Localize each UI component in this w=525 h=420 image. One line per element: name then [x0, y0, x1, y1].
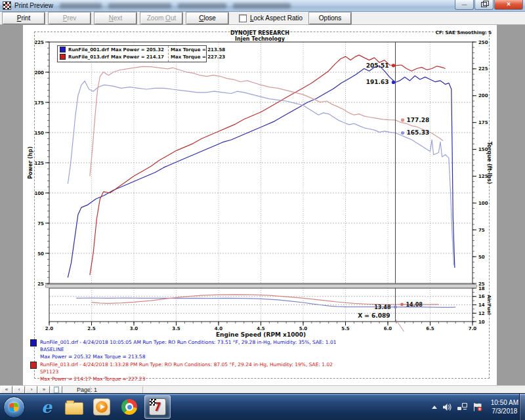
redacted-title-text: [60, 3, 102, 9]
legend-max-torque: Max Torque = 213.58: [171, 47, 225, 52]
run-maxima: Max Power = 214.17 Max Torque = 227.23: [40, 375, 333, 383]
svg-text:100: 100: [34, 191, 44, 196]
show-desktop-button[interactable]: [519, 394, 525, 420]
svg-text:3.0: 3.0: [130, 326, 138, 331]
svg-text:50: 50: [37, 251, 44, 257]
svg-text:200: 200: [478, 93, 488, 98]
svg-text:12: 12: [478, 311, 485, 316]
minimize-button[interactable]: —: [455, 0, 474, 10]
toolbar: Print Prev Next Zoom Out Close Lock Aspe…: [0, 12, 525, 25]
svg-text:175: 175: [478, 120, 488, 125]
svg-text:Power (hp): Power (hp): [28, 146, 33, 179]
run-label: SP1123: [40, 368, 333, 375]
taskbar-clock[interactable]: 10:50 AM 7/3/2018: [491, 398, 518, 415]
run-info-row: RunFile_013.drf - 4/24/2018 1:33:28 PM R…: [23, 361, 497, 383]
run-details: RunFile_013.drf - 4/24/2018 1:33:28 PM R…: [40, 361, 333, 368]
lock-aspect-ratio-checkbox[interactable]: [239, 14, 247, 22]
print-button[interactable]: Print: [3, 12, 45, 24]
close-preview-button[interactable]: Close: [186, 12, 228, 24]
next-button[interactable]: Next: [94, 12, 136, 24]
restore-button[interactable]: [474, 0, 494, 10]
window-controls: — ✕: [455, 0, 523, 10]
run-marker-red: [30, 362, 37, 369]
system-tray: 10:50 AM 7/3/2018: [432, 394, 518, 420]
svg-text:175: 175: [34, 100, 44, 106]
svg-text:200: 200: [34, 70, 44, 75]
chrome-icon: [121, 399, 137, 415]
svg-text:18: 18: [478, 286, 485, 291]
chrome-button[interactable]: [117, 396, 142, 418]
options-button[interactable]: Options: [309, 12, 351, 24]
svg-text:Engine Speed (RPM x1000): Engine Speed (RPM x1000): [216, 331, 306, 338]
svg-text:165.33: 165.33: [406, 129, 429, 136]
legend-marker-blue: [60, 47, 66, 52]
run-info-block: RunFile_001.drf - 4/24/2018 10:05:05 AM …: [23, 339, 497, 383]
svg-text:16: 16: [478, 294, 485, 299]
start-button[interactable]: [3, 396, 25, 418]
media-player-button[interactable]: [89, 396, 114, 418]
legend-file: RunFile_001.drf: [68, 47, 109, 52]
dyno-chart: 2252001751501251007550252502252001751501…: [23, 25, 497, 386]
document-icon: [54, 387, 59, 393]
redacted-title-text: [233, 3, 291, 9]
chart-legend: RunFile_001.drf Max Power = 205.32 Max T…: [57, 45, 207, 62]
svg-text:2.0: 2.0: [45, 326, 54, 331]
restore-icon: [481, 2, 487, 7]
redacted-title-text: [178, 3, 226, 9]
svg-text:75: 75: [478, 228, 485, 233]
svg-text:75: 75: [37, 221, 44, 226]
prev-button[interactable]: Prev: [49, 12, 91, 24]
svg-text:Torque (ft-lbs): Torque (ft-lbs): [486, 142, 492, 184]
redacted-title-text: [108, 3, 171, 9]
winpep-active-button[interactable]: 7: [144, 395, 171, 419]
svg-text:5.5: 5.5: [341, 326, 350, 331]
svg-text:50: 50: [478, 255, 485, 260]
desktop-screen: 7 Print Preview — ✕ Print Prev Next Zoom…: [0, 0, 525, 420]
svg-text:13.48: 13.48: [374, 304, 391, 310]
svg-text:2.5: 2.5: [87, 326, 96, 331]
svg-text:10: 10: [478, 320, 485, 325]
lock-aspect-ratio-label: Lock Aspect Ratio: [250, 14, 303, 22]
svg-text:6.0: 6.0: [384, 326, 392, 331]
title-bar: 7 Print Preview — ✕: [0, 0, 525, 12]
legend-max-torque: Max Torque = 227.23: [171, 54, 225, 60]
svg-text:225: 225: [478, 66, 488, 72]
media-player-icon: [93, 398, 110, 415]
winpep-icon: 7: [149, 398, 166, 415]
network-icon[interactable]: [457, 403, 467, 411]
windows-explorer-button[interactable]: [62, 396, 87, 418]
svg-text:5.0: 5.0: [299, 326, 308, 331]
preview-page: DYNOJET RESEARCH Injen Technology CF: SA…: [23, 25, 497, 386]
hidden-icons-arrow[interactable]: [432, 406, 437, 409]
speaker-icon[interactable]: [443, 404, 452, 411]
svg-text:Air/Fuel: Air/Fuel: [486, 295, 492, 314]
internet-explorer-button[interactable]: e: [34, 396, 59, 418]
svg-text:25: 25: [37, 282, 44, 287]
svg-text:4.5: 4.5: [257, 326, 265, 331]
taskbar-icons: e 7: [33, 394, 172, 420]
legend-marker-red: [60, 54, 66, 60]
run-info-row: RunFile_001.drf - 4/24/2018 10:05:05 AM …: [23, 339, 497, 360]
svg-text:3.5: 3.5: [172, 326, 180, 331]
svg-text:6.5: 6.5: [426, 326, 434, 331]
svg-text:14: 14: [478, 303, 485, 308]
svg-text:100: 100: [478, 201, 488, 206]
page-indicator: Page: 1: [77, 387, 97, 393]
legend-row: RunFile_013.drf Max Power = 214.17 Max T…: [58, 53, 206, 60]
zoom-out-button[interactable]: Zoom Out: [140, 12, 182, 24]
run-maxima: Max Power = 205.32 Max Torque = 213.58: [40, 353, 336, 360]
close-window-button[interactable]: ✕: [494, 0, 523, 10]
clock-date: 7/3/2018: [491, 407, 518, 415]
legend-row: RunFile_001.drf Max Power = 205.32 Max T…: [58, 46, 206, 53]
statusbar-divider: [142, 387, 143, 393]
legend-max-power: Max Power = 214.17: [111, 54, 164, 60]
svg-text:125: 125: [34, 161, 44, 166]
svg-text:150: 150: [34, 131, 44, 136]
action-center-flag-icon[interactable]: [473, 403, 482, 411]
svg-text:4.0: 4.0: [215, 326, 223, 331]
svg-text:250: 250: [478, 40, 488, 45]
legend-max-power: Max Power = 205.32: [111, 47, 164, 52]
svg-text:177.28: 177.28: [406, 117, 429, 123]
lock-aspect-ratio-control: Lock Aspect Ratio: [239, 14, 303, 22]
svg-text:14.08: 14.08: [406, 302, 423, 308]
